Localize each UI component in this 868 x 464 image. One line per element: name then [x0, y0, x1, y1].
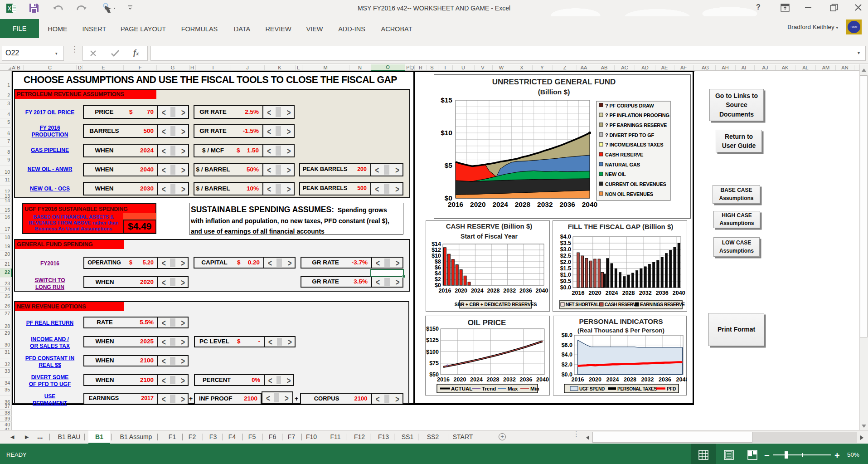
svg-text:CURRENT OIL REVENUES: CURRENT OIL REVENUES: [605, 181, 666, 187]
svg-text:2016: 2016: [448, 200, 464, 208]
svg-text:$8.0: $8.0: [562, 332, 572, 338]
svg-text:$150: $150: [426, 326, 439, 332]
svg-text:2028: 2028: [487, 376, 499, 383]
svg-text:2016: 2016: [437, 376, 450, 383]
svg-text:$8: $8: [435, 259, 441, 265]
svg-text:? PF INFLATION PROOFING: ? PF INFLATION PROOFING: [605, 112, 669, 118]
svg-text:2024: 2024: [606, 290, 618, 296]
svg-text:NEW OIL: NEW OIL: [605, 171, 626, 177]
svg-text:Max: Max: [508, 386, 518, 391]
svg-text:2020: 2020: [589, 376, 601, 383]
svg-text:$1.0: $1.0: [560, 272, 571, 278]
svg-text:? PF CORPUS DRAW: ? PF CORPUS DRAW: [605, 103, 654, 108]
svg-text:2032: 2032: [537, 200, 553, 208]
svg-text:$125: $125: [426, 337, 439, 343]
svg-text:$15: $15: [441, 96, 452, 104]
svg-text:2040: 2040: [536, 288, 548, 294]
svg-text:$3.0: $3.0: [560, 246, 571, 253]
svg-text:$4.0: $4.0: [562, 352, 572, 358]
svg-text:2032: 2032: [641, 376, 654, 383]
svg-text:$100: $100: [426, 349, 439, 355]
svg-text:2024: 2024: [470, 376, 483, 383]
svg-text:PERSONAL INDICATORS: PERSONAL INDICATORS: [579, 317, 663, 325]
svg-text:2020: 2020: [455, 288, 467, 294]
svg-text:2032: 2032: [639, 290, 652, 296]
svg-text:$2.0: $2.0: [560, 259, 571, 265]
svg-text:$5: $5: [445, 161, 453, 169]
svg-text:$0.5: $0.5: [560, 278, 571, 284]
svg-text:NON OIL REVENUES: NON OIL REVENUES: [605, 191, 653, 197]
svg-text:2036: 2036: [520, 376, 533, 383]
svg-text:2040: 2040: [536, 376, 549, 383]
svg-text:NET SHORTFALL: NET SHORTFALL: [566, 302, 601, 307]
svg-text:(Billion $): (Billion $): [538, 88, 570, 96]
svg-text:$14: $14: [432, 241, 441, 247]
svg-text:CASH RESERVE: CASH RESERVE: [605, 152, 643, 157]
svg-text:PFD: PFD: [667, 386, 676, 391]
svg-text:OIL PRICE: OIL PRICE: [468, 318, 506, 327]
svg-text:ACTUAL: ACTUAL: [451, 386, 472, 391]
svg-text:2016: 2016: [572, 376, 584, 383]
svg-text:2020: 2020: [589, 290, 601, 296]
svg-text:$4: $4: [435, 270, 441, 277]
svg-text:(Real Thousand $ Per Person): (Real Thousand $ Per Person): [577, 327, 664, 334]
svg-text:FILL THE FISCAL GAP (Billion $: FILL THE FISCAL GAP (Billion $): [568, 223, 674, 230]
svg-text:2040: 2040: [673, 290, 685, 296]
svg-text:? PF EARNINGS RESERVE: ? PF EARNINGS RESERVE: [605, 122, 667, 128]
svg-text:2036: 2036: [559, 200, 575, 208]
svg-text:$10: $10: [441, 129, 452, 137]
svg-text:2040: 2040: [582, 200, 597, 208]
svg-text:$2.5: $2.5: [560, 253, 571, 259]
svg-text:2016: 2016: [439, 288, 451, 294]
svg-text:2036: 2036: [656, 290, 669, 296]
svg-text:? INCOME/SALES TAXES: ? INCOME/SALES TAXES: [605, 142, 663, 147]
svg-text:$2: $2: [435, 276, 441, 283]
svg-text:2028: 2028: [622, 290, 635, 296]
svg-text:2028: 2028: [487, 288, 500, 294]
svg-text:CASH RESERVE: CASH RESERVE: [605, 302, 639, 307]
svg-text:2016: 2016: [572, 290, 585, 296]
svg-text:? DIVERT PFD TO GF: ? DIVERT PFD TO GF: [605, 132, 655, 138]
svg-text:2036: 2036: [659, 376, 671, 383]
svg-text:$1.5: $1.5: [560, 265, 571, 272]
svg-text:UNRESTRICTED GENERAL FUND: UNRESTRICTED GENERAL FUND: [492, 78, 616, 86]
svg-text:$4.0: $4.0: [560, 234, 571, 240]
svg-text:$10: $10: [432, 253, 441, 259]
svg-text:NATURAL GAS: NATURAL GAS: [605, 162, 640, 167]
svg-text:CASH RESERVE (Billion $): CASH RESERVE (Billion $): [446, 222, 533, 230]
svg-text:2020: 2020: [470, 200, 485, 208]
svg-text:2028: 2028: [515, 200, 531, 208]
svg-text:2040: 2040: [676, 376, 687, 383]
svg-text:2028: 2028: [624, 376, 636, 383]
svg-text:$12: $12: [432, 247, 441, 253]
svg-text:$3.5: $3.5: [560, 240, 571, 246]
svg-text:SBR + CBR + DEDICATED RESERVES: SBR + CBR + DEDICATED RESERVES: [455, 302, 537, 307]
svg-text:$6: $6: [435, 264, 441, 271]
svg-text:$6.0: $6.0: [562, 342, 572, 348]
svg-text:$2.0: $2.0: [562, 361, 572, 368]
svg-text:2020: 2020: [454, 376, 466, 383]
svg-text:Start of Fiscal Year: Start of Fiscal Year: [461, 233, 518, 240]
svg-text:$75: $75: [429, 360, 439, 366]
svg-text:2024: 2024: [471, 288, 484, 294]
svg-text:$0.0: $0.0: [560, 284, 571, 291]
svg-text:2024: 2024: [606, 376, 619, 383]
svg-text:Min: Min: [530, 386, 539, 391]
svg-text:$0.0: $0.0: [562, 371, 572, 378]
svg-text:Trend: Trend: [482, 386, 496, 391]
svg-text:EARNINGS RESERVE: EARNINGS RESERVE: [640, 302, 685, 307]
svg-text:PERSONAL TAXES: PERSONAL TAXES: [617, 386, 657, 391]
svg-text:2032: 2032: [503, 288, 516, 294]
svg-text:2032: 2032: [503, 376, 516, 383]
svg-text:UGF SPEND: UGF SPEND: [579, 386, 605, 391]
svg-text:2024: 2024: [492, 200, 508, 208]
svg-text:2036: 2036: [519, 288, 532, 294]
